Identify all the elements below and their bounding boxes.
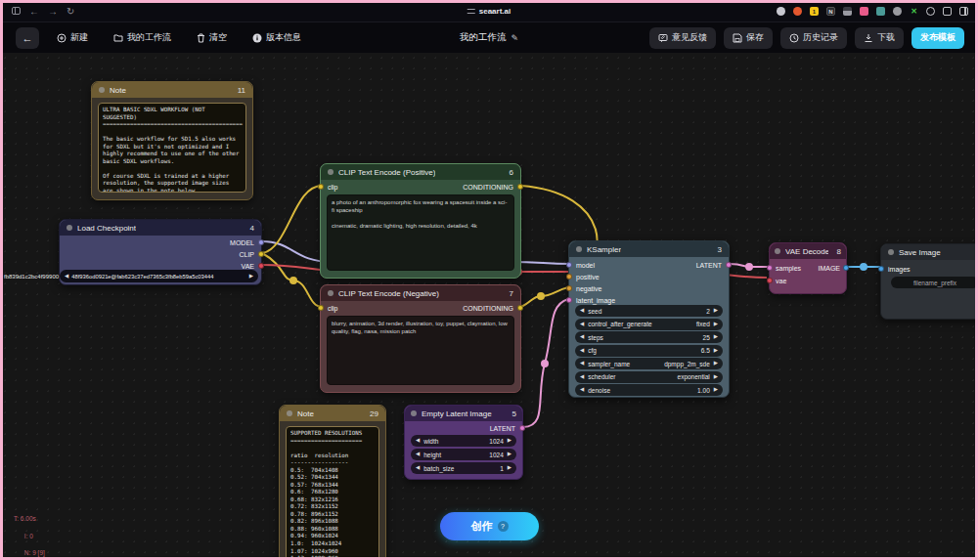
- extensions-menu-icon[interactable]: [943, 7, 952, 16]
- node-clip-negative[interactable]: CLIP Text Encode (Negative) 7 clip CONDI…: [320, 284, 521, 393]
- decrement-arrow-icon[interactable]: ◀: [580, 387, 584, 393]
- address-bar[interactable]: seaart.ai: [467, 0, 511, 22]
- conditioning-port-icon[interactable]: [566, 274, 572, 280]
- my-workflows-button[interactable]: 我的工作流: [106, 27, 179, 48]
- download-button[interactable]: 下载: [855, 27, 904, 49]
- increment-arrow-icon[interactable]: ▶: [508, 465, 511, 471]
- extension-icon[interactable]: N: [826, 7, 835, 16]
- version-info-button[interactable]: 版本信息: [244, 27, 309, 48]
- note-text[interactable]: ULTRA BASIC SDXL WORKFLOW (NOT SUGGESTED…: [98, 103, 246, 193]
- increment-arrow-icon[interactable]: ▶: [714, 322, 718, 327]
- input-latent-image[interactable]: latent_image: [576, 295, 615, 305]
- create-button[interactable]: 创作 ?: [440, 512, 539, 540]
- next-arrow-icon[interactable]: ▶: [249, 274, 253, 280]
- side-panel-icon[interactable]: [959, 7, 968, 16]
- image-port-icon[interactable]: [878, 266, 884, 272]
- increment-arrow-icon[interactable]: ▶: [508, 438, 511, 444]
- vae-port-icon[interactable]: [767, 278, 773, 283]
- input-model[interactable]: model: [576, 260, 595, 270]
- widget-cfg[interactable]: ◀ cfg 6.5 ▶: [575, 345, 723, 357]
- decrement-arrow-icon[interactable]: ◀: [580, 334, 584, 340]
- profile-avatar-icon[interactable]: [926, 7, 935, 16]
- output-conditioning[interactable]: CONDITIONING: [463, 303, 513, 313]
- node-save-image[interactable]: Save Image images filename_prefix: [880, 243, 978, 320]
- node-vae-decode[interactable]: VAE Decode 8 samples vae IMAGE: [769, 242, 847, 294]
- prompt-textarea[interactable]: blurry, animation, 3d render, illustrati…: [327, 316, 514, 385]
- increment-arrow-icon[interactable]: ▶: [714, 308, 718, 314]
- input-clip[interactable]: clip: [328, 182, 338, 192]
- input-images[interactable]: images: [888, 264, 911, 274]
- decrement-arrow-icon[interactable]: ◀: [580, 348, 584, 354]
- extension-icon[interactable]: [860, 7, 868, 16]
- increment-arrow-icon[interactable]: ▶: [714, 374, 718, 380]
- extension-icon[interactable]: [843, 7, 852, 16]
- input-positive[interactable]: positive: [576, 272, 600, 281]
- prev-arrow-icon[interactable]: ◀: [65, 274, 68, 280]
- widget-scheduler[interactable]: ◀ scheduler exponential ▶: [575, 371, 723, 383]
- collapse-icon[interactable]: [411, 410, 417, 416]
- decrement-arrow-icon[interactable]: ◀: [416, 452, 420, 457]
- collapse-icon[interactable]: [328, 290, 333, 296]
- extension-icon[interactable]: [793, 7, 802, 16]
- widget-control-after-generate[interactable]: ◀ control_after_generate fixed ▶: [575, 319, 723, 330]
- widget-batch-size[interactable]: ◀ batch_size 1 ▶: [411, 462, 516, 474]
- conditioning-port-icon[interactable]: [566, 285, 572, 291]
- edit-title-icon[interactable]: ✎: [511, 33, 518, 43]
- feedback-button[interactable]: 意见反馈: [649, 27, 716, 49]
- decrement-arrow-icon[interactable]: ◀: [416, 438, 420, 444]
- back-button[interactable]: ←: [16, 27, 39, 49]
- note-text[interactable]: SUPPORTED RESOLUTIONS ==================…: [286, 426, 379, 560]
- output-conditioning[interactable]: CONDITIONING: [463, 182, 513, 192]
- widget-denoise[interactable]: ◀ denoise 1.00 ▶: [575, 384, 723, 396]
- decrement-arrow-icon[interactable]: ◀: [580, 308, 584, 314]
- increment-arrow-icon[interactable]: ▶: [714, 348, 718, 354]
- clear-button[interactable]: 清空: [189, 27, 235, 48]
- clip-port-icon[interactable]: [318, 184, 324, 190]
- latent-port-icon[interactable]: [726, 262, 732, 268]
- node-load-checkpoint[interactable]: Load Checkpoint 4 MODEL CLIP VAE fb839d1…: [59, 219, 262, 285]
- collapse-icon[interactable]: [99, 87, 105, 93]
- latent-port-icon[interactable]: [566, 297, 572, 303]
- sidebar-toggle-icon[interactable]: [12, 7, 21, 15]
- extension-icon[interactable]: [876, 7, 885, 16]
- history-button[interactable]: 历史记录: [780, 27, 847, 49]
- decrement-arrow-icon[interactable]: ◀: [416, 465, 420, 471]
- model-port-icon[interactable]: [566, 262, 572, 268]
- decrement-arrow-icon[interactable]: ◀: [580, 322, 584, 327]
- conditioning-port-icon[interactable]: [517, 305, 523, 311]
- input-negative[interactable]: negative: [576, 283, 601, 293]
- new-workflow-button[interactable]: 新建: [49, 27, 96, 48]
- reload-icon[interactable]: ↻: [67, 6, 74, 17]
- clip-port-icon[interactable]: [318, 305, 324, 311]
- output-model[interactable]: MODEL: [230, 237, 254, 247]
- widget-sampler-name[interactable]: ◀ sampler_name dpmpp_2m_sde ▶: [575, 358, 723, 369]
- collapse-icon[interactable]: [775, 248, 780, 254]
- increment-arrow-icon[interactable]: ▶: [508, 452, 511, 457]
- back-nav-icon[interactable]: ←: [29, 6, 39, 17]
- widget-height[interactable]: ◀ height 1024 ▶: [411, 449, 516, 460]
- widget-width[interactable]: ◀ width 1024 ▶: [411, 435, 516, 447]
- output-latent[interactable]: LATENT: [490, 423, 515, 433]
- input-samples[interactable]: samples: [776, 263, 801, 273]
- save-button[interactable]: 保存: [724, 27, 773, 49]
- forward-nav-icon[interactable]: →: [48, 6, 58, 17]
- conditioning-port-icon[interactable]: [517, 184, 523, 190]
- node-canvas[interactable]: Note 11 ULTRA BASIC SDXL WORKFLOW (NOT S…: [0, 53, 978, 560]
- collapse-icon[interactable]: [67, 225, 72, 231]
- input-clip[interactable]: clip: [328, 303, 338, 313]
- extension-icon[interactable]: ✕: [910, 7, 918, 16]
- extension-icon[interactable]: [777, 7, 785, 16]
- decrement-arrow-icon[interactable]: ◀: [580, 374, 584, 380]
- extension-icon[interactable]: [893, 7, 902, 16]
- output-image[interactable]: IMAGE: [818, 263, 841, 273]
- node-ksampler[interactable]: KSampler 3 model positive negative laten…: [568, 240, 730, 398]
- collapse-icon[interactable]: [576, 246, 582, 252]
- image-port-icon[interactable]: [843, 265, 849, 271]
- ckpt-name-widget[interactable]: fb839d1c2bc4f99900 ◀ 48f936od0921e@fab62…: [4, 270, 258, 282]
- latent-port-icon[interactable]: [519, 425, 525, 431]
- extension-icon[interactable]: 1: [810, 7, 819, 16]
- output-latent[interactable]: LATENT: [696, 260, 722, 270]
- increment-arrow-icon[interactable]: ▶: [714, 387, 718, 393]
- node-note-bottom[interactable]: Note 29 SUPPORTED RESOLUTIONS ==========…: [279, 405, 386, 560]
- node-empty-latent[interactable]: Empty Latent Image 5 LATENT ◀ width 1024…: [404, 405, 523, 480]
